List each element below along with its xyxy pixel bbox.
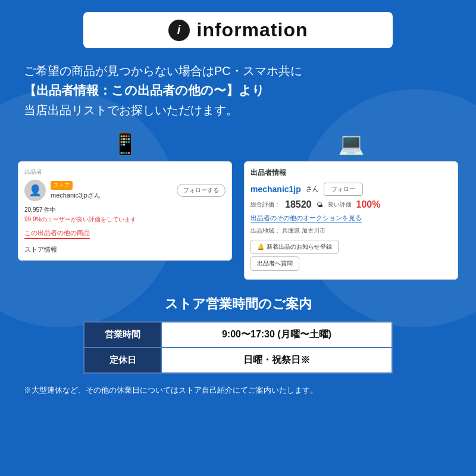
hours-value-1: 日曜・祝祭日※ <box>161 347 392 373</box>
hours-label-1: 定休日 <box>84 347 161 373</box>
pc-rating-row: 総合評価： 18520 🌤 良い評価 100% <box>250 199 452 210</box>
mobile-user-info: ストア mechanic3jpさん <box>51 181 101 200</box>
pc-good-pct: 100% <box>356 199 381 210</box>
mobile-user-row: 👤 ストア mechanic3jpさん フォローする <box>24 180 226 201</box>
store-hours-section: ストア営業時間のご案内 営業時間 9:00〜17:30 (月曜〜土曜) 定休日 … <box>18 295 458 374</box>
pc-screenshot: 出品者情報 mechanic1jp さん フォロー 総合評価： 18520 🌤 … <box>244 161 458 280</box>
description-line3: 当店出品リストでお探しいただけます。 <box>24 101 452 120</box>
mobile-other-link[interactable]: この出品者の他の商品 <box>24 228 90 239</box>
smartphone-icon: 📱 <box>112 131 139 156</box>
pc-section-label: 出品者情報 <box>250 168 452 178</box>
pc-notify-btn[interactable]: 🔔 新着出品のお知らせ登録 <box>250 240 339 254</box>
pc-username: mechanic1jp <box>250 184 301 194</box>
store-hours-title: ストア営業時間のご案内 <box>18 295 458 313</box>
hours-table: 営業時間 9:00〜17:30 (月曜〜土曜) 定休日 日曜・祝祭日※ <box>83 321 393 374</box>
bell-icon: 🔔 <box>257 243 264 250</box>
footer-note: ※大型連休など、その他の休業日についてはストア自己紹介にてご案内いたします。 <box>18 384 458 396</box>
pc-question-btn[interactable]: 出品者へ質問 <box>250 256 299 271</box>
mobile-follow-btn[interactable]: フォローする <box>177 184 226 197</box>
pc-auction-link[interactable]: 出品者のその他のオークションを見る <box>250 214 362 223</box>
pc-user-row: mechanic1jp さん フォロー <box>250 183 452 196</box>
mobile-store-info: ストア情報 <box>24 245 226 254</box>
info-title: information <box>197 19 308 41</box>
pc-rating-num: 18520 <box>285 199 312 210</box>
mobile-col: 📱 出品者 👤 ストア mechanic3jpさん フォローする 20,957 … <box>18 131 232 261</box>
hours-value-0: 9:00〜17:30 (月曜〜土曜) <box>161 322 392 347</box>
pc-location: 出品地域： 兵庫県 加古川市 <box>250 227 452 235</box>
info-header: i information <box>83 12 393 48</box>
pc-username-suffix: さん <box>306 184 319 193</box>
screenshots-row: 📱 出品者 👤 ストア mechanic3jpさん フォローする 20,957 … <box>18 131 458 280</box>
mobile-stats: 20,957 件中 <box>24 206 226 214</box>
description-line1: ご希望の商品が見つからない場合はPC・スマホ共に <box>24 61 452 80</box>
mobile-username: mechanic3jpさん <box>51 191 101 200</box>
info-icon: i <box>168 20 190 41</box>
pc-col: 💻 出品者情報 mechanic1jp さん フォロー 総合評価： 18520 … <box>244 131 458 280</box>
laptop-icon: 💻 <box>338 131 365 156</box>
avatar: 👤 <box>24 180 46 201</box>
hours-row-1: 定休日 日曜・祝祭日※ <box>84 347 392 373</box>
pc-rating-label: 総合評価： <box>250 201 280 209</box>
hours-label-0: 営業時間 <box>84 322 161 347</box>
sun-emoji: 🌤 <box>317 201 323 208</box>
store-badge: ストア <box>51 181 73 190</box>
mobile-good-rate: 99.9%のユーザーが良い評価をしています <box>24 215 226 224</box>
description-block: ご希望の商品が見つからない場合はPC・スマホ共に 【出品者情報：この出品者の他の… <box>18 61 458 120</box>
mobile-section-label: 出品者 <box>24 168 226 176</box>
pc-follow-btn[interactable]: フォロー <box>324 183 363 196</box>
pc-good-label: 良い評価 <box>328 201 352 209</box>
hours-row-0: 営業時間 9:00〜17:30 (月曜〜土曜) <box>84 322 392 347</box>
description-line2: 【出品者情報：この出品者の他の〜】より <box>24 80 452 101</box>
mobile-screenshot: 出品者 👤 ストア mechanic3jpさん フォローする 20,957 件中… <box>18 161 232 261</box>
